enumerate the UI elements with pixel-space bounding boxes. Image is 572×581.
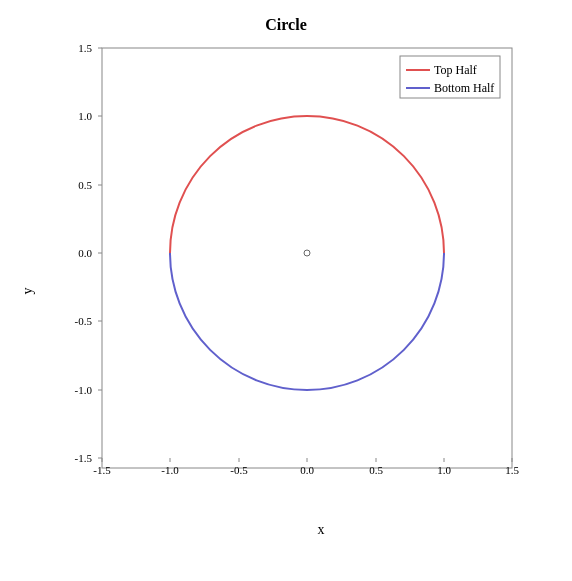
y-tick-label: -0.5: [75, 315, 93, 327]
y-tick-label: -1.0: [75, 384, 93, 396]
y-tick-label: 1.0: [78, 110, 92, 122]
legend-top-half-label: Top Half: [434, 63, 477, 77]
y-tick-label: 0.5: [78, 179, 92, 191]
y-tick-label: -1.5: [75, 452, 93, 464]
x-tick-label: -1.5: [93, 464, 111, 476]
x-tick-label: -0.5: [230, 464, 248, 476]
y-axis-label: y: [20, 287, 36, 294]
y-tick-label: 1.5: [78, 42, 92, 54]
legend-bottom-half-label: Bottom Half: [434, 81, 494, 95]
x-tick-label: 0.5: [369, 464, 383, 476]
x-tick-label: -1.0: [161, 464, 179, 476]
chart-container: Circle y 1.5 1.0 0.5: [16, 16, 556, 566]
svg-rect-0: [102, 48, 512, 468]
y-tick-label: 0.0: [78, 247, 92, 259]
x-tick-label: 1.0: [437, 464, 451, 476]
plot-svg: 1.5 1.0 0.5 0.0 -0.5 -1.0 -1.5: [62, 38, 538, 528]
x-tick-label: 1.5: [505, 464, 519, 476]
x-tick-label: 0.0: [300, 464, 314, 476]
chart-title: Circle: [16, 16, 556, 34]
